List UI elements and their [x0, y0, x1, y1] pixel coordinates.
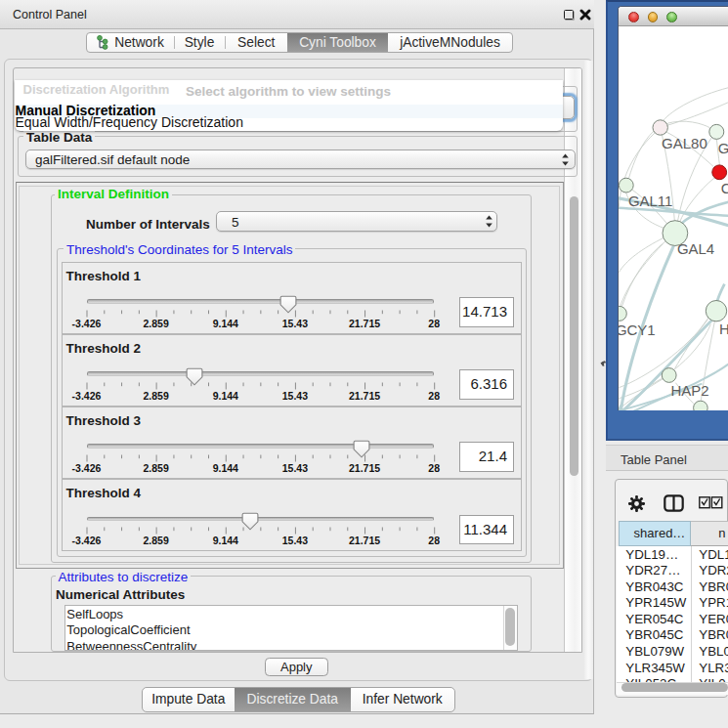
svg-text:C: C	[720, 180, 728, 196]
svg-text:GCY1: GCY1	[619, 321, 656, 338]
svg-text:GA: GA	[717, 140, 728, 156]
svg-text:HAP2: HAP2	[670, 382, 708, 399]
svg-text:GAL4: GAL4	[676, 240, 713, 257]
svg-text:GAL11: GAL11	[627, 193, 672, 209]
svg-text:GAL80: GAL80	[662, 135, 707, 151]
svg-text:H: H	[718, 321, 727, 337]
